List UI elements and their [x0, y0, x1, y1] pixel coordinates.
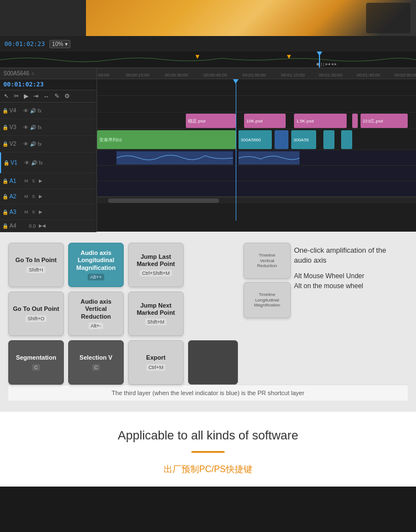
ruler-130: 00:01:30:00 [319, 73, 342, 78]
sequence-timecode: 00:01:02:23 [3, 81, 44, 88]
clip-v2-4[interactable] [352, 114, 358, 128]
key-timeline-long[interactable]: Timeline Longitudinal Magnification [243, 282, 291, 318]
fx-icon-v2[interactable]: fx [38, 141, 42, 147]
tool-track-select[interactable]: ▶ [22, 92, 30, 100]
lock-icon-a3[interactable]: 🔒 [2, 209, 8, 215]
timeline-vert-sub: Vertical [260, 258, 274, 264]
mute-icon-v2[interactable]: 🔊 [30, 141, 36, 147]
solo-a1[interactable]: S [31, 178, 36, 183]
tool-select[interactable]: ↖ [2, 92, 11, 100]
mute-icon-v4[interactable]: 🔊 [30, 108, 36, 114]
clip-v1-4[interactable]: 300A56 [291, 130, 316, 149]
key-segmentation-label: Segmentation [16, 354, 57, 361]
key-selection[interactable]: Selection V C [68, 340, 124, 385]
scroll-thumb[interactable] [108, 198, 219, 203]
video-left-panel [0, 0, 86, 36]
clip-v1-5[interactable] [323, 130, 334, 149]
lock-icon-v2[interactable]: 🔒 [2, 141, 8, 147]
clip-v1-6[interactable] [341, 130, 352, 149]
vis-icon-v4[interactable]: 👁 [23, 108, 28, 114]
key-audio-vert[interactable]: Audio axis Vertical Reduction Alt+- [68, 291, 124, 336]
tool-slip[interactable]: ↔ [42, 93, 51, 100]
sequence-timecode-row: 00:01:02:23 [0, 79, 97, 90]
timeline-long-label: Timeline [259, 292, 276, 298]
vis-icon-v1[interactable]: 👁 [24, 160, 29, 166]
timeline-time-ruler: 00:00 00:00:15:00 00:00:30:00 00:00:45:0… [97, 68, 416, 79]
track-content-v1: 安泰序列02 300A5660 300A56 [97, 129, 416, 150]
tool-razor[interactable]: ✂ [12, 92, 21, 100]
key-export[interactable]: Export Ctrl+M [128, 340, 184, 385]
key-go-to-out-label: Go To Out Point [13, 305, 59, 313]
playhead[interactable] [236, 79, 236, 221]
mute-a3[interactable]: M [23, 209, 29, 214]
alt-annotations: Alt Mouse Wheel Under Alt on the mouse w… [294, 272, 399, 290]
key-go-to-in[interactable]: Go To In Point Shift+I [8, 243, 64, 287]
key-jump-last[interactable]: Jump Last Marked Point Ctrl+Shift+M [128, 243, 184, 287]
tools-bar: ↖ ✂ ▶ ⇥ ↔ ✎ ⚙ [0, 90, 97, 103]
mute-icon-v1[interactable]: 🔊 [31, 160, 37, 166]
fx-icon-v3[interactable]: fx [38, 125, 42, 130]
vol-a2[interactable]: ▶ [38, 194, 43, 199]
track-row-v4: 🔒 V4 👁 🔊 fx [0, 103, 97, 119]
key-jump-next[interactable]: Jump Next Marked Point Shift+M [128, 291, 184, 336]
shortcut-row-2: Go To Out Point Shift+O Audio axis Verti… [8, 291, 238, 336]
fx-icon-v1[interactable]: fx [39, 160, 43, 166]
clip-v1-2[interactable]: 300A5660 [239, 130, 272, 149]
clip-v1-main[interactable]: 安泰序列02 [97, 130, 236, 149]
alt-wheel-label: Alt on the mouse wheel [294, 282, 399, 290]
key-audio-long[interactable]: Audio axis Longitudinal Magnification Al… [68, 243, 124, 287]
fx-icon-v4[interactable]: fx [38, 108, 42, 114]
tracks-area: 稳定.psd 10K.psd 1.5K.psd 221亿.psd 安泰序列02 … [97, 79, 416, 221]
track-row-a1: 🔒 A1 M S ▶ [0, 173, 97, 189]
key-segmentation[interactable]: Segmentation C [8, 340, 64, 385]
key-timeline-vert[interactable]: Timeline Vertical Reduction [243, 243, 291, 279]
clip-v2-2[interactable]: 10K.psd [244, 114, 286, 128]
sequence-header: S00A5646 ≡ [0, 68, 97, 79]
timeline-vert-sub2: Reduction [257, 263, 277, 269]
scroll-bar[interactable] [97, 197, 416, 203]
lock-icon-v1[interactable]: 🔒 [3, 160, 9, 166]
tool-pen[interactable]: ✎ [53, 92, 61, 100]
vol-a1[interactable]: ▶ [38, 178, 43, 183]
mute-a2[interactable]: M [23, 194, 29, 199]
ruler-15: 00:00:15:00 [126, 73, 149, 78]
timeline-long-sub2: Magnification [254, 303, 280, 308]
key-go-to-out-shortcut: Shift+O [26, 315, 47, 322]
lock-icon-a4[interactable]: 🔒 [2, 223, 8, 229]
track-label-a1: A1 [9, 178, 22, 184]
tool-ripple[interactable]: ⇥ [32, 92, 40, 100]
clip-v2-3[interactable]: 1.5K.psd [294, 114, 347, 128]
zoom-dropdown-icon[interactable]: ▾ [65, 41, 68, 47]
clip-v2-5[interactable]: 221亿.psd [361, 114, 408, 128]
track-label-v3: V3 [9, 124, 22, 130]
key-audio-long-shortcut: Alt++ [88, 274, 104, 280]
tool-settings[interactable]: ⚙ [63, 92, 72, 100]
zoom-control[interactable]: 10% ▾ [49, 40, 70, 48]
lock-icon-a2[interactable]: 🔒 [2, 194, 8, 200]
lock-icon-v4[interactable]: 🔒 [2, 108, 8, 114]
track-content-v2: 稳定.psd 10K.psd 1.5K.psd 221亿.psd [97, 112, 416, 129]
key-go-to-in-label: Go To In Point [16, 257, 57, 264]
track-list: 🔒 V4 👁 🔊 fx 🔒 V3 👁 🔊 fx 🔒 V2 👁 🔊 fx [0, 103, 97, 232]
clip-v2-1[interactable]: 稳定.psd [186, 114, 236, 128]
dark-thumbnail [188, 340, 238, 385]
timeline-content[interactable]: 00:00 00:00:15:00 00:00:30:00 00:00:45:0… [97, 68, 416, 232]
vis-icon-v3[interactable]: 👁 [23, 125, 28, 130]
nav-a4[interactable]: ▶◀ [38, 223, 47, 228]
one-click-text: One-click amplification of the audio axi… [294, 245, 399, 265]
vis-icon-v2[interactable]: 👁 [23, 141, 28, 147]
key-selection-shortcut: C [92, 364, 100, 371]
solo-a3[interactable]: S [31, 209, 36, 214]
lock-icon-v3[interactable]: 🔒 [2, 125, 8, 130]
key-go-to-out[interactable]: Go To Out Point Shift+O [8, 291, 64, 336]
track-label-v2: V2 [9, 141, 22, 147]
mute-a1[interactable]: M [23, 178, 29, 183]
vol-a3[interactable]: ▶ [38, 209, 43, 214]
timeline-panel: S00A5646 ≡ 00:01:02:23 ↖ ✂ ▶ ⇥ ↔ ✎ ⚙ 🔒 V… [0, 68, 416, 232]
clip-v1-3[interactable] [275, 130, 288, 149]
lock-icon-a1[interactable]: 🔒 [2, 178, 8, 184]
solo-a2[interactable]: S [31, 194, 36, 199]
track-label-a2: A2 [9, 193, 22, 200]
mute-icon-v3[interactable]: 🔊 [30, 125, 36, 130]
video-preview [0, 0, 416, 36]
